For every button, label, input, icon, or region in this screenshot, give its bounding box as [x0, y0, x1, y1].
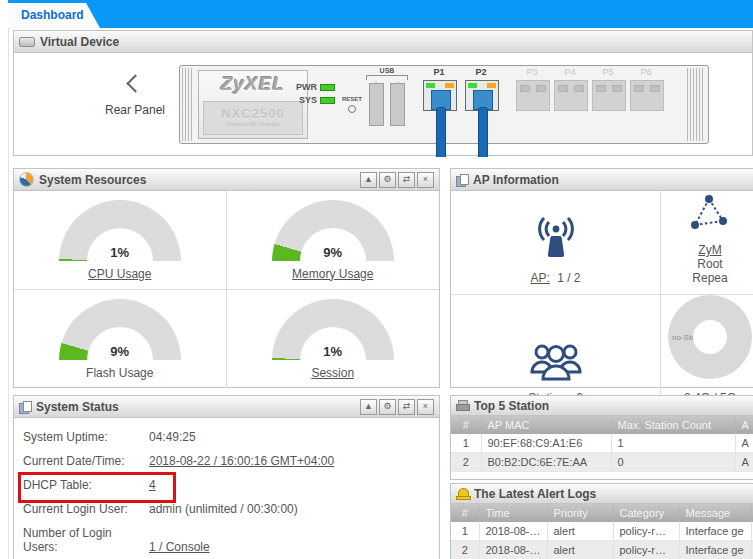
port-p4-label: P4: [554, 67, 586, 77]
port-p6-jack: [630, 80, 664, 111]
system-resources-header: System Resources ▲ ⚙ ⇄ ×: [14, 169, 439, 191]
brand-logo: ZyXEL: [199, 73, 307, 95]
refresh-button[interactable]: ⇄: [398, 172, 415, 188]
memory-usage-value: 9%: [272, 245, 394, 260]
port-p2-jack: [465, 80, 499, 111]
device-icon: [19, 37, 35, 47]
port-p3-label: P3: [516, 67, 548, 77]
close-button[interactable]: ×: [417, 172, 434, 188]
port-p6: P6: [630, 67, 662, 111]
refresh-button[interactable]: ⇄: [398, 399, 415, 415]
flash-usage-cell: 9% Flash Usage: [14, 290, 227, 389]
virtual-device-title: Virtual Device: [40, 35, 119, 49]
alert-header-row: # Time Priority Category Message S: [451, 504, 753, 522]
dhcp-table-link[interactable]: 4: [149, 478, 156, 492]
chevron-left-icon: [126, 74, 144, 92]
port-p2: P2: [465, 67, 497, 111]
ap-count-value: 1 / 2: [557, 271, 580, 285]
status-row-uptime: System Uptime: 04:49:25: [23, 430, 439, 444]
col-priority: Priority: [547, 504, 613, 522]
settings-button[interactable]: ⚙: [379, 399, 396, 415]
memory-usage-gauge: 9%: [272, 200, 394, 261]
cpu-usage-gauge: 1%: [59, 200, 181, 261]
collapse-button[interactable]: ▲: [360, 399, 377, 415]
system-status-panel: System Status ▲ ⚙ ⇄ × System Uptime: 04:…: [13, 395, 440, 559]
system-resources-title: System Resources: [39, 173, 146, 187]
col-category: Category: [613, 504, 679, 522]
device-chassis: ZyXEL NXC2500 Wireless LAN Controller PW…: [179, 65, 709, 144]
col-max-station-count: Max. Station Count: [611, 416, 735, 434]
virtual-device-panel: Virtual Device Rear Panel ZyXEL NXC2500 …: [13, 30, 753, 156]
alert-logs-panel: The Latest Alert Logs # Time Priority Ca…: [450, 483, 753, 559]
col-time: Time: [479, 504, 547, 522]
content-left-edge: [8, 28, 9, 559]
close-button[interactable]: ×: [417, 399, 434, 415]
status-row-login-user: Current Login User: admin (unlimited / 0…: [23, 502, 439, 516]
port-p6-label: P6: [630, 67, 662, 77]
ap-link[interactable]: AP:: [530, 271, 549, 285]
session-value: 1%: [272, 344, 394, 359]
table-row: 1 2018-08-… alert policy-r… Interface ge: [451, 522, 753, 541]
settings-button[interactable]: ⚙: [379, 172, 396, 188]
memory-usage-link[interactable]: Memory Usage: [292, 267, 373, 281]
access-point-icon: [525, 217, 587, 263]
status-row-dhcp: DHCP Table: 4: [23, 478, 439, 492]
login-user-value: admin (unlimited / 00:30:00): [149, 502, 298, 516]
status-row-datetime: Current Date/Time: 2018-08-22 / 16:00:16…: [23, 454, 439, 468]
top5-station-header: Top 5 Station: [451, 396, 753, 416]
datetime-label: Current Date/Time:: [23, 454, 149, 468]
cpu-usage-link[interactable]: CPU Usage: [88, 267, 151, 281]
port-p2-cable: [478, 107, 488, 157]
status-report-icon: [19, 401, 31, 413]
device-logo-area: ZyXEL NXC2500 Wireless LAN Controller: [198, 70, 308, 139]
col-ap-description: A: [735, 416, 753, 434]
port-p1-jack: [423, 80, 457, 111]
zymesh-link[interactable]: ZyM: [698, 243, 721, 257]
port-p1-cable: [436, 107, 446, 157]
alert-logs-header: The Latest Alert Logs: [451, 484, 753, 504]
login-user-label: Current Login User:: [23, 502, 149, 516]
status-row-login-count: Number of Login Users: 1 / Console: [23, 526, 439, 554]
tab-dashboard[interactable]: Dashboard: [8, 3, 100, 28]
port-p4-jack: [554, 80, 588, 111]
flash-usage-label: Flash Usage: [86, 366, 153, 380]
top5-station-title: Top 5 Station: [474, 399, 549, 413]
rear-panel-nav[interactable]: Rear Panel: [89, 77, 181, 117]
flash-usage-value: 9%: [59, 344, 181, 359]
port-p3-jack: [516, 80, 550, 111]
band-donut-chart: no-Sta: [668, 295, 752, 379]
alert-logs-title: The Latest Alert Logs: [474, 487, 596, 501]
usb-port-1: [369, 83, 384, 126]
system-status-header: System Status ▲ ⚙ ⇄ ×: [14, 396, 439, 418]
col-message: Message: [679, 504, 751, 522]
alert-logs-table: # Time Priority Category Message S 1 201…: [451, 504, 753, 559]
virtual-device-body: Rear Panel ZyXEL NXC2500 Wireless LAN Co…: [14, 53, 752, 157]
tab-dashboard-label: Dashboard: [21, 8, 84, 22]
cpu-usage-value: 1%: [59, 245, 181, 260]
vent-right: [687, 68, 705, 141]
uptime-value: 04:49:25: [149, 430, 196, 444]
usb-label: USB: [366, 67, 408, 74]
sys-led-indicator: [320, 97, 335, 104]
system-status-title: System Status: [36, 400, 119, 414]
session-link[interactable]: Session: [311, 366, 354, 380]
ap-grid: AP: 1 / 2 ZyM Root Repea: [451, 191, 753, 388]
band-donut-label: no-Sta: [672, 333, 696, 342]
ap-information-title: AP Information: [473, 173, 559, 187]
reset-button-icon: [348, 105, 356, 113]
ap-information-header: AP Information: [451, 169, 753, 191]
reset-control: RESET: [339, 96, 365, 113]
port-p2-link-led: [468, 83, 477, 88]
session-gauge: 1%: [272, 299, 394, 360]
usb-port-2: [390, 83, 405, 126]
ap-information-panel: AP Information AP: 1 / 2: [450, 168, 753, 388]
login-count-link[interactable]: 1 / Console: [149, 540, 210, 554]
model-name: NXC2500: [204, 106, 302, 121]
login-count-label: Number of Login Users:: [23, 526, 149, 554]
port-p5-label: P5: [592, 67, 624, 77]
collapse-button[interactable]: ▲: [360, 172, 377, 188]
datetime-link[interactable]: 2018-08-22 / 16:00:16 GMT+04:00: [149, 454, 334, 468]
port-p5-jack: [592, 80, 626, 111]
flash-usage-gauge: 9%: [59, 299, 181, 360]
dhcp-table-label: DHCP Table:: [23, 478, 149, 492]
